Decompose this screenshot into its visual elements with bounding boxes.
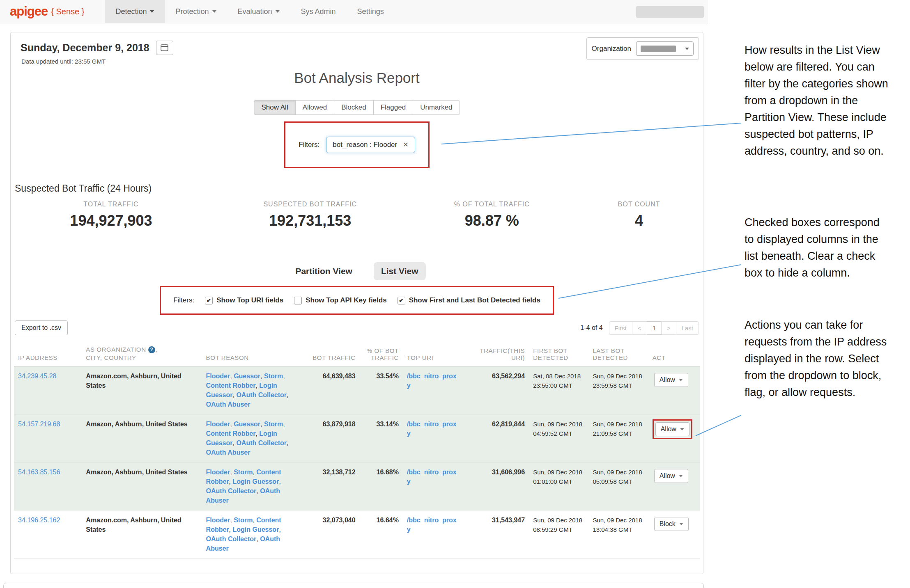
- col-header-first-bot-detected[interactable]: FIRST BOT DETECTED: [529, 343, 588, 366]
- col-header-as-organization[interactable]: AS ORGANIZATION?,CITY, COUNTRY: [82, 343, 202, 366]
- checkbox-checked-icon[interactable]: [205, 297, 213, 304]
- organization-dropdown[interactable]: [636, 41, 694, 56]
- organization-label: Organization: [592, 45, 631, 53]
- action-dropdown-allow[interactable]: Allow: [654, 373, 688, 387]
- checkbox-checked-icon[interactable]: [398, 297, 405, 304]
- col-header-top-uri[interactable]: TOP URI: [403, 343, 462, 366]
- action-label: Block: [660, 520, 676, 528]
- stat-value: 98.87 %: [409, 212, 575, 229]
- bot-reason-cell: Flooder, Storm, Content Robber, Login Gu…: [202, 510, 294, 558]
- bot-traffic-cell: 63,879,918: [294, 414, 360, 462]
- nav-item-protection[interactable]: Protection: [165, 0, 227, 23]
- pagination-prev-button[interactable]: <: [632, 321, 647, 335]
- pct-bot-traffic-cell: 33.14%: [360, 414, 403, 462]
- pct-bot-traffic-cell: 33.54%: [360, 366, 403, 414]
- bot-reason-link[interactable]: Guessor: [234, 373, 260, 380]
- first-bot-detected-cell: Sat, 08 Dec 2018 23:55:00 GMT: [529, 366, 588, 414]
- ip-address-cell: 54.163.85.156: [14, 462, 82, 510]
- tab-allowed[interactable]: Allowed: [295, 100, 335, 115]
- col-header-pct-bot-traffic[interactable]: % OF BOT TRAFFIC: [360, 343, 403, 366]
- action-dropdown-block[interactable]: Block: [654, 517, 689, 531]
- col-header-bot-reason[interactable]: BOT REASON: [202, 343, 294, 366]
- as-organization-cell: Amazon, Ashburn, United States: [82, 462, 202, 510]
- bot-reason-link[interactable]: OAuth Collector: [206, 535, 257, 542]
- bot-reason-link[interactable]: OAuth Collector: [236, 439, 287, 446]
- pagination-last-button[interactable]: Last: [676, 321, 699, 335]
- col-header-act[interactable]: ACT: [648, 343, 700, 366]
- bot-reason-link[interactable]: Storm: [234, 517, 253, 524]
- bot-reason-link[interactable]: Content Robber: [206, 382, 256, 389]
- bot-reason-link[interactable]: Storm: [234, 469, 253, 476]
- ip-address-link[interactable]: 54.163.85.156: [18, 469, 60, 476]
- bot-reason-link[interactable]: Login Guessor: [232, 526, 279, 533]
- remove-filter-icon[interactable]: ✕: [403, 142, 408, 148]
- pagination-next-button[interactable]: >: [661, 321, 676, 335]
- nav-item-sys-admin[interactable]: Sys Admin: [290, 0, 347, 23]
- sense-logo-text: { Sense }: [51, 7, 84, 16]
- act-cell: Allow: [648, 366, 700, 414]
- tab-partition-view[interactable]: Partition View: [288, 262, 359, 280]
- bot-reason-link[interactable]: Storm: [264, 373, 283, 380]
- checkbox-unchecked-icon[interactable]: [294, 297, 302, 304]
- action-label: Allow: [660, 376, 675, 384]
- apigee-logo[interactable]: apigee { Sense }: [0, 0, 90, 23]
- col-header-bot-traffic[interactable]: BOT TRAFFIC: [294, 343, 360, 366]
- table-header-row: IP ADDRESS AS ORGANIZATION?,CITY, COUNTR…: [14, 343, 700, 366]
- bot-reason-link[interactable]: OAuth Collector: [236, 391, 287, 398]
- col-header-traffic-this-uri[interactable]: TRAFFIC(THIS URI): [462, 343, 529, 366]
- bot-reason-link[interactable]: Flooder: [206, 373, 230, 380]
- column-filter-show-first-and-last-bot-detected-fields[interactable]: Show First and Last Bot Detected fields: [398, 296, 540, 304]
- top-uri-link[interactable]: /bbc_nitro_proxy: [407, 469, 457, 485]
- bot-reason-link[interactable]: Login Guessor: [232, 478, 279, 485]
- bot-reason-link[interactable]: Flooder: [206, 469, 230, 476]
- action-dropdown-allow[interactable]: Allow: [655, 422, 689, 436]
- column-filter-show-top-uri-fields[interactable]: Show Top URI fields: [205, 296, 283, 304]
- tab-flagged[interactable]: Flagged: [373, 100, 413, 115]
- tab-blocked[interactable]: Blocked: [334, 100, 373, 115]
- top-uri-link[interactable]: /bbc_nitro_proxy: [407, 517, 457, 533]
- ip-address-link[interactable]: 34.196.25.162: [18, 517, 60, 524]
- ip-address-link[interactable]: 34.239.45.28: [18, 373, 56, 380]
- bot-reason-link[interactable]: Flooder: [206, 421, 230, 428]
- bot-reason-link[interactable]: Storm: [264, 421, 283, 428]
- tab-show-all[interactable]: Show All: [254, 100, 295, 115]
- nav-item-detection[interactable]: Detection: [105, 0, 165, 23]
- report-date: Sunday, December 9, 2018: [21, 42, 149, 54]
- nav-item-evaluation[interactable]: Evaluation: [227, 0, 290, 23]
- pagination-first-button[interactable]: First: [609, 321, 632, 335]
- action-dropdown-allow[interactable]: Allow: [654, 469, 688, 483]
- apigee-logo-text: apigee: [10, 4, 48, 19]
- as-organization-label: AS ORGANIZATION: [86, 346, 146, 353]
- caret-down-icon: [679, 475, 683, 477]
- top-uri-link[interactable]: /bbc_nitro_proxy: [407, 373, 457, 389]
- tab-list-view[interactable]: List View: [374, 262, 426, 280]
- column-filter-show-top-api-key-fields[interactable]: Show Top API Key fields: [294, 296, 386, 304]
- export-csv-button[interactable]: Export to .csv: [15, 320, 68, 335]
- bot-reason-link[interactable]: Guessor: [234, 421, 260, 428]
- bot-reason-link[interactable]: OAuth Abuser: [206, 449, 250, 456]
- bot-traffic-cell: 32,138,712: [294, 462, 360, 510]
- nav-item-label: Settings: [357, 7, 384, 16]
- help-icon[interactable]: ?: [148, 346, 155, 353]
- date-picker-button[interactable]: [156, 41, 173, 55]
- bot-reason-link[interactable]: OAuth Abuser: [206, 401, 250, 408]
- nav-item-label: Evaluation: [238, 7, 272, 16]
- top-uri-link[interactable]: /bbc_nitro_proxy: [407, 421, 457, 437]
- ip-address-cell: 54.157.219.68: [14, 414, 82, 462]
- account-redacted[interactable]: [636, 6, 704, 18]
- col-header-last-bot-detected[interactable]: LAST BOT DETECTED: [588, 343, 648, 366]
- col-header-ip-address[interactable]: IP ADDRESS: [14, 343, 82, 366]
- first-bot-detected-cell: Sun, 09 Dec 2018 04:59:52 GMT: [529, 414, 588, 462]
- org-comma: ,: [156, 346, 158, 353]
- next-section-panel: [3, 583, 704, 588]
- action-wrap: Allow: [653, 371, 690, 389]
- bot-reason-link[interactable]: OAuth Collector: [206, 487, 257, 494]
- status-tabs: Show AllAllowedBlockedFlaggedUnmarked: [11, 100, 703, 115]
- filter-chip[interactable]: bot_reason : Flooder ✕: [326, 137, 415, 153]
- bot-reason-link[interactable]: Flooder: [206, 517, 230, 524]
- bot-reason-link[interactable]: Content Robber: [206, 430, 256, 437]
- pagination-page-button[interactable]: 1: [647, 321, 662, 335]
- ip-address-link[interactable]: 54.157.219.68: [18, 421, 60, 428]
- tab-unmarked[interactable]: Unmarked: [413, 100, 460, 115]
- nav-item-settings[interactable]: Settings: [347, 0, 395, 23]
